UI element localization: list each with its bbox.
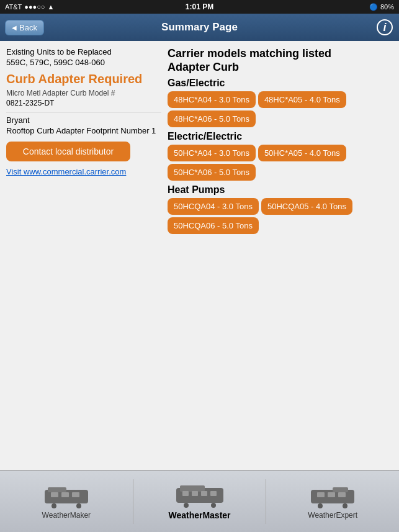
brand-label: Bryant xyxy=(6,115,161,125)
status-right: 🔵 80% xyxy=(369,3,394,11)
nav-bar: Back Summary Page i xyxy=(0,14,399,41)
model-50hcqa04[interactable]: 50HCQA04 - 3.0 Tons xyxy=(168,198,259,215)
svg-point-10 xyxy=(211,503,216,508)
battery-label: 80% xyxy=(380,3,394,11)
svg-rect-4 xyxy=(51,492,58,497)
gas-electric-section: Gas/Electric 48HC*A04 - 3.0 Tons 48HC*A0… xyxy=(168,78,393,127)
svg-rect-8 xyxy=(180,485,205,492)
signal-icon: ●●●○○ xyxy=(24,3,45,11)
model-50hca04[interactable]: 50HC*A04 - 3.0 Tons xyxy=(168,145,256,161)
gas-electric-label: Gas/Electric xyxy=(168,78,393,89)
nav-title: Summary Page xyxy=(161,21,238,34)
weatherexpert-label: WeatherExpert xyxy=(308,511,357,520)
svg-rect-11 xyxy=(182,491,189,496)
existing-units-label: Existing Units to be Replaced xyxy=(6,47,161,56)
status-bar: AT&T ●●●○○ ▲ 1:01 PM 🔵 80% xyxy=(0,0,399,14)
adapter-model-value: 0821-2325-DT xyxy=(6,99,161,107)
electric-electric-section: Electric/Electric 50HC*A04 - 3.0 Tons 50… xyxy=(168,131,393,181)
left-panel: Existing Units to be Replaced 559C, 579C… xyxy=(6,47,161,464)
tab-weathermaster[interactable]: WeatherMaster xyxy=(133,479,267,524)
tab-weatherexpert[interactable]: WeatherExpert xyxy=(266,480,399,523)
svg-rect-14 xyxy=(210,491,217,496)
svg-point-3 xyxy=(76,503,81,508)
wifi-icon: ▲ xyxy=(48,3,55,11)
carrier-label: AT&T xyxy=(5,3,22,11)
svg-rect-12 xyxy=(192,491,198,496)
weatherexpert-icon xyxy=(308,484,357,508)
footprint-label: Rooftop Curb Adapter Footprint Number 1 xyxy=(6,126,161,135)
contact-distributor-button[interactable]: Contact local distributor xyxy=(6,142,130,161)
right-panel: Carrier models matching listed Adapter C… xyxy=(168,47,393,464)
gas-electric-models: 48HC*A04 - 3.0 Tons 48HC*A05 - 4.0 Tons … xyxy=(168,91,393,127)
adapter-model-label: Micro Metl Adapter Curb Model # xyxy=(6,89,161,97)
electric-electric-label: Electric/Electric xyxy=(168,131,393,142)
info-button[interactable]: i xyxy=(377,19,393,35)
weathermaker-icon xyxy=(42,484,91,508)
svg-point-18 xyxy=(343,503,347,508)
model-50hcqa05[interactable]: 50HCQA05 - 4.0 Tons xyxy=(261,198,352,215)
svg-rect-1 xyxy=(48,487,66,492)
tab-weathermaker[interactable]: WeatherMaker xyxy=(0,480,133,523)
weathermaster-label: WeatherMaster xyxy=(168,510,230,520)
weathermaster-icon xyxy=(175,483,225,508)
model-48hca06[interactable]: 48HC*A06 - 5.0 Tons xyxy=(168,110,256,127)
heat-pumps-models: 50HCQA04 - 3.0 Tons 50HCQA05 - 4.0 Tons … xyxy=(168,198,393,234)
svg-rect-5 xyxy=(61,492,69,497)
svg-rect-6 xyxy=(72,492,79,497)
model-50hca06[interactable]: 50HC*A06 - 5.0 Tons xyxy=(168,164,256,181)
heat-pumps-label: Heat Pumps xyxy=(168,184,393,196)
svg-rect-19 xyxy=(317,492,325,497)
heat-pumps-section: Heat Pumps 50HCQA04 - 3.0 Tons 50HCQA05 … xyxy=(168,184,393,234)
footer-tabs: WeatherMaker WeatherMaster WeatherExpert xyxy=(0,470,399,532)
svg-rect-20 xyxy=(328,492,335,497)
model-50hcqa06[interactable]: 50HCQA06 - 5.0 Tons xyxy=(168,217,259,234)
main-content: Existing Units to be Replaced 559C, 579C… xyxy=(0,41,399,470)
svg-point-17 xyxy=(318,503,323,508)
weathermaker-label: WeatherMaker xyxy=(42,511,91,520)
svg-point-2 xyxy=(52,503,56,508)
back-button[interactable]: Back xyxy=(5,20,44,35)
bluetooth-icon: 🔵 xyxy=(369,3,378,11)
electric-electric-models: 50HC*A04 - 3.0 Tons 50HC*A05 - 4.0 Tons … xyxy=(168,145,393,181)
svg-point-9 xyxy=(184,503,189,508)
status-time: 1:01 PM xyxy=(186,2,213,11)
existing-units-value: 559C, 579C, 599C 048-060 xyxy=(6,58,161,67)
model-48hca04[interactable]: 48HC*A04 - 3.0 Tons xyxy=(168,91,256,108)
svg-rect-13 xyxy=(201,491,207,496)
svg-rect-21 xyxy=(338,492,346,497)
curb-adapter-title: Curb Adapter Required xyxy=(6,72,161,86)
model-48hca05[interactable]: 48HC*A05 - 4.0 Tons xyxy=(258,91,346,108)
svg-rect-16 xyxy=(333,487,348,492)
carrier-title: Carrier models matching listed Adapter C… xyxy=(168,47,393,74)
website-link[interactable]: Visit www.commercial.carrier.com xyxy=(6,167,126,176)
status-left: AT&T ●●●○○ ▲ xyxy=(5,3,54,11)
model-50hca05[interactable]: 50HC*A05 - 4.0 Tons xyxy=(258,145,346,161)
